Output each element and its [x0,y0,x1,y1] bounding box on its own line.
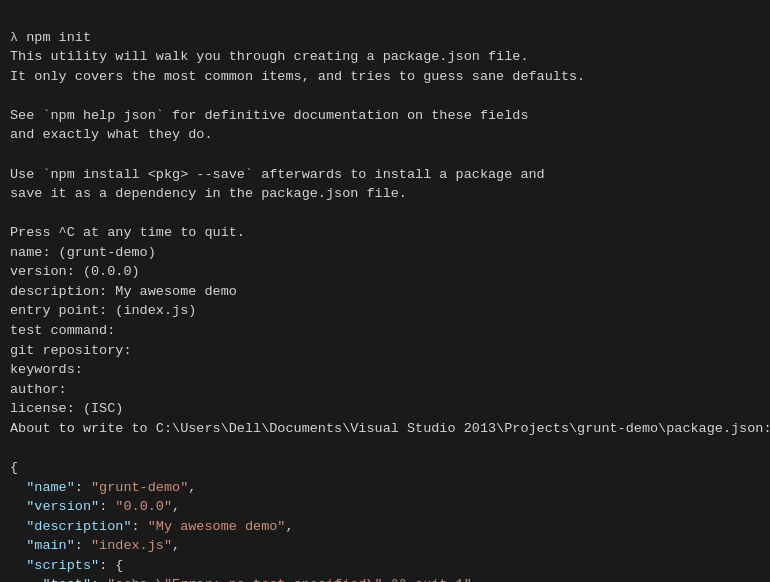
prompt-char: λ [10,30,26,45]
quit-line: Press ^C at any time to quit. [10,225,245,240]
info-line-2: It only covers the most common items, an… [10,69,585,84]
entry-point-line: entry point: (index.js) [10,303,196,318]
prompt-line: λ npm init [10,30,91,45]
json-version: "version": "0.0.0", [10,499,180,514]
json-description: "description": "My awesome demo", [10,519,294,534]
license-line: license: (ISC) [10,401,123,416]
command-text: npm init [26,30,91,45]
name-line: name: (grunt-demo) [10,245,156,260]
keywords-line: keywords: [10,362,83,377]
json-open-brace: { [10,460,18,475]
help-line-2: and exactly what they do. [10,127,213,142]
author-line: author: [10,382,67,397]
help-line-1: See `npm help json` for definitive docum… [10,108,528,123]
test-command-line: test command: [10,323,115,338]
git-repo-line: git repository: [10,343,132,358]
json-test: "test": "echo \"Error: no test specified… [10,577,472,582]
terminal-window: λ npm init This utility will walk you th… [0,0,770,582]
install-line-1: Use `npm install <pkg> --save` afterward… [10,167,545,182]
json-main: "main": "index.js", [10,538,180,553]
install-line-2: save it as a dependency in the package.j… [10,186,407,201]
json-name: "name": "grunt-demo", [10,480,196,495]
json-scripts: "scripts": { [10,558,123,573]
description-line: description: My awesome demo [10,284,237,299]
info-line-1: This utility will walk you through creat… [10,49,528,64]
about-to-write-line: About to write to C:\Users\Dell\Document… [10,421,770,436]
version-line: version: (0.0.0) [10,264,140,279]
